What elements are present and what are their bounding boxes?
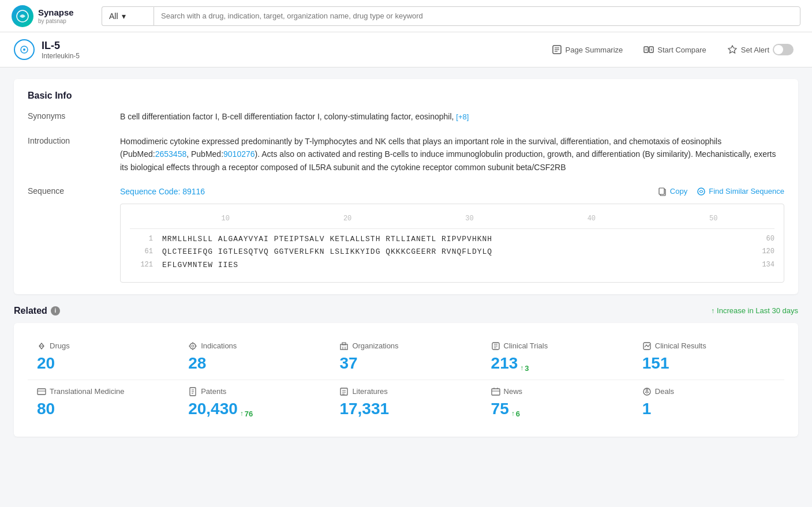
related-title-area: Related i [14, 306, 60, 316]
related-item-patents[interactable]: Patents 20,430 ↑ 76 [179, 380, 330, 425]
svg-point-16 [192, 345, 194, 347]
find-similar-label: Find Similar Sequence [709, 186, 784, 198]
related-item-deals[interactable]: Deals 1 [633, 380, 784, 425]
indications-icon [188, 341, 197, 351]
seq-line-1: 1 MRMLLHLSLL ALGAAYVYAI PTEIPTSALV KETLA… [130, 234, 774, 246]
set-alert-area: Set Alert [723, 42, 798, 58]
indications-count: 28 [188, 354, 321, 373]
svg-rect-40 [492, 389, 500, 395]
patents-count: 20,430 ↑ 76 [188, 400, 321, 418]
introduction-label: Introduction [28, 135, 120, 174]
ct-arrow-icon: ↑ [520, 364, 523, 372]
synonyms-row: Synonyms B cell differentiation factor I… [28, 110, 784, 123]
search-type-dropdown[interactable]: All ▾ [102, 6, 154, 26]
synonyms-more[interactable]: [+8] [456, 112, 469, 121]
set-alert-icon [727, 44, 738, 55]
logo-text: Synapse by patsnap [38, 7, 74, 25]
entity-info-area: IL-5 Interleukin-5 [14, 39, 80, 60]
related-item-translational[interactable]: Translational Medicine 80 [28, 380, 179, 425]
news-icon [491, 387, 500, 396]
translational-label: Translational Medicine [50, 387, 125, 396]
clinical-trials-icon [491, 341, 500, 351]
page-summarize-label: Page Summarize [566, 46, 623, 54]
entity-details: IL-5 Interleukin-5 [42, 40, 80, 60]
related-header: Related i ↑ Increase in Last 30 days [14, 306, 798, 316]
set-alert-label: Set Alert [741, 46, 769, 54]
sequence-ruler: 10 20 30 40 50 [130, 213, 774, 228]
seq-line-2: 61 QLCTEEIFQG IGTLESQTVQ GGTVERLFKN LSLI… [130, 246, 774, 258]
header: Synapse by patsnap All ▾ [0, 0, 812, 32]
chevron-down-icon: ▾ [122, 12, 126, 21]
literatures-count: 17,331 [339, 400, 472, 418]
translational-count: 80 [37, 400, 170, 418]
find-similar-icon [697, 187, 706, 196]
related-item-clinical-results[interactable]: Clinical Results 151 [633, 335, 784, 380]
sequence-actions: Copy Find Similar Sequence [658, 186, 784, 198]
page-summarize-button[interactable]: Page Summarize [547, 42, 628, 57]
intro-mid: , PubMed: [186, 149, 223, 159]
indications-label: Indications [201, 341, 237, 350]
clinical-results-count: 151 [642, 354, 775, 373]
clinical-trials-count: 213 ↑ 3 [491, 354, 624, 373]
patents-label: Patents [201, 387, 226, 396]
drugs-label: Drugs [50, 341, 70, 350]
entity-subtitle: Interleukin-5 [42, 52, 80, 60]
subheader: IL-5 Interleukin-5 Page Summarize Start … [0, 32, 812, 67]
search-input[interactable] [154, 6, 800, 26]
main-content: Basic Info Synonyms B cell differentiati… [0, 67, 812, 507]
related-info-icon[interactable]: i [51, 306, 60, 316]
copy-button[interactable]: Copy [658, 186, 687, 198]
clinical-trials-increase: ↑ 3 [520, 364, 529, 373]
related-item-drugs[interactable]: Drugs 20 [28, 335, 179, 380]
logo-title: Synapse [38, 7, 74, 18]
related-note-text: Increase in Last 30 days [717, 306, 798, 315]
copy-label: Copy [670, 186, 687, 198]
clinical-trials-label: Clinical Trials [504, 341, 548, 350]
svg-rect-29 [643, 343, 650, 350]
entity-title: IL-5 [42, 40, 80, 52]
start-compare-button[interactable]: Start Compare [639, 42, 711, 57]
clinical-results-icon [642, 341, 652, 351]
search-type-label: All [109, 12, 118, 21]
search-area: All ▾ [102, 6, 800, 26]
svg-rect-12 [659, 188, 664, 194]
patents-increase: ↑ 76 [240, 410, 253, 418]
increase-arrow-icon: ↑ [711, 307, 714, 315]
related-item-clinical-trials[interactable]: Clinical Trials 213 ↑ 3 [482, 335, 633, 380]
pubmed2-link[interactable]: 9010276 [223, 149, 255, 159]
svg-point-45 [646, 389, 648, 390]
introduction-row: Introduction Homodimeric cytokine expres… [28, 135, 784, 174]
related-item-organizations[interactable]: Organizations 37 [330, 335, 481, 380]
related-item-literatures[interactable]: Literatures 17,331 [330, 380, 481, 425]
related-note: ↑ Increase in Last 30 days [711, 306, 798, 315]
patents-icon [188, 387, 197, 396]
drugs-icon [37, 341, 46, 351]
svg-point-2 [23, 48, 25, 51]
sequence-row: Sequence Sequence Code: 89116 Copy [28, 185, 784, 283]
pubmed1-link[interactable]: 2653458 [155, 149, 187, 159]
basic-info-card: Basic Info Synonyms B cell differentiati… [14, 79, 798, 294]
deals-label: Deals [655, 387, 674, 396]
related-grid-row1: Drugs 20 Indications 28 [28, 335, 784, 380]
news-count: 75 ↑ 6 [491, 400, 624, 418]
news-increase: ↑ 6 [511, 410, 520, 418]
literatures-label: Literatures [352, 387, 387, 396]
set-alert-toggle[interactable] [773, 44, 794, 55]
start-compare-label: Start Compare [657, 46, 706, 54]
start-compare-icon [643, 44, 654, 55]
find-similar-button[interactable]: Find Similar Sequence [697, 186, 784, 198]
svg-point-15 [190, 343, 196, 349]
clinical-results-label: Clinical Results [655, 341, 706, 350]
logo-icon [12, 5, 33, 27]
related-item-news[interactable]: News 75 ↑ 6 [482, 380, 633, 425]
sequence-code-link[interactable]: Sequence Code: 89116 [120, 185, 205, 198]
deals-count: 1 [642, 400, 775, 418]
sequence-header: Sequence Code: 89116 Copy [120, 185, 784, 198]
logo-subtitle: by patsnap [38, 18, 74, 25]
sequence-value: Sequence Code: 89116 Copy [120, 185, 784, 283]
synonyms-value: B cell differentiation factor I, B-cell … [120, 110, 784, 123]
related-grid-row2: Translational Medicine 80 Patents 20,430 [28, 380, 784, 425]
related-item-indications[interactable]: Indications 28 [179, 335, 330, 380]
related-card: Drugs 20 Indications 28 [14, 323, 798, 437]
literatures-icon [339, 387, 349, 396]
